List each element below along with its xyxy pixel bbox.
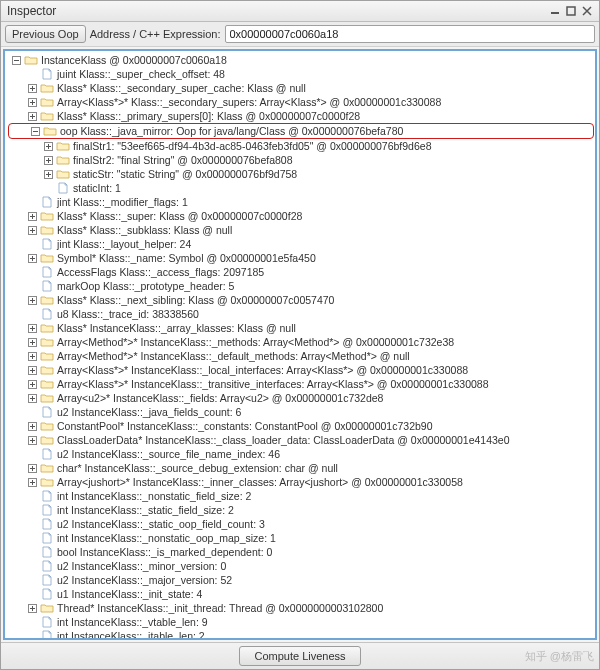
tree-row[interactable]: int InstanceKlass::_nonstatic_oop_map_si…: [7, 531, 595, 545]
tree-row[interactable]: Array<Method*>* InstanceKlass::_default_…: [7, 349, 595, 363]
folder-icon: [40, 462, 54, 474]
tree-label: staticStr: "static String" @ 0x000000076…: [73, 167, 297, 181]
tree-row[interactable]: finalStr1: "53eef665-df94-4b3d-ac85-0463…: [7, 139, 595, 153]
file-icon: [40, 574, 54, 586]
collapse-icon[interactable]: [11, 55, 22, 66]
tree-row[interactable]: Klass* Klass::_secondary_super_cache: Kl…: [7, 81, 595, 95]
expand-icon[interactable]: [27, 83, 38, 94]
folder-icon: [56, 140, 70, 152]
tree-row[interactable]: oop Klass::_java_mirror: Oop for java/la…: [10, 124, 592, 138]
tree-view[interactable]: InstanceKlass @ 0x00000007c0060a18juint …: [3, 49, 597, 640]
tree-label: Klass* Klass::_subklass: Klass @ null: [57, 223, 232, 237]
expand-icon[interactable]: [27, 379, 38, 390]
maximize-icon[interactable]: [565, 5, 577, 17]
expand-icon[interactable]: [27, 435, 38, 446]
tree-row[interactable]: ConstantPool* InstanceKlass::_constants:…: [7, 419, 595, 433]
tree-label: Array<Method*>* InstanceKlass::_default_…: [57, 349, 410, 363]
expand-icon[interactable]: [27, 337, 38, 348]
expand-icon[interactable]: [27, 463, 38, 474]
tree-row[interactable]: InstanceKlass @ 0x00000007c0060a18: [7, 53, 595, 67]
compute-liveness-button[interactable]: Compute Liveness: [239, 646, 360, 666]
file-icon: [40, 490, 54, 502]
tree-row[interactable]: int InstanceKlass::_nonstatic_field_size…: [7, 489, 595, 503]
file-icon: [40, 616, 54, 628]
expand-icon[interactable]: [27, 111, 38, 122]
tree-row[interactable]: u2 InstanceKlass::_source_file_name_inde…: [7, 447, 595, 461]
file-icon: [40, 504, 54, 516]
folder-icon: [40, 392, 54, 404]
expand-icon[interactable]: [43, 169, 54, 180]
expand-icon[interactable]: [27, 393, 38, 404]
tree-label: Array<Klass*>* InstanceKlass::_transitiv…: [57, 377, 489, 391]
collapse-icon[interactable]: [30, 126, 41, 137]
tree-row[interactable]: Array<Klass*>* InstanceKlass::_local_int…: [7, 363, 595, 377]
expand-icon[interactable]: [43, 141, 54, 152]
tree-row[interactable]: int InstanceKlass::_vtable_len: 9: [7, 615, 595, 629]
footer-bar: Compute Liveness: [1, 642, 599, 669]
tree-row[interactable]: finalStr2: "final String" @ 0x000000076b…: [7, 153, 595, 167]
expand-icon[interactable]: [27, 253, 38, 264]
tree-row[interactable]: char* InstanceKlass::_source_debug_exten…: [7, 461, 595, 475]
folder-icon: [40, 336, 54, 348]
tree-row[interactable]: Klass* Klass::_next_sibling: Klass @ 0x0…: [7, 293, 595, 307]
tree-row[interactable]: staticInt: 1: [7, 181, 595, 195]
expand-icon[interactable]: [27, 97, 38, 108]
tree-label: bool InstanceKlass::_is_marked_dependent…: [57, 545, 272, 559]
tree-row[interactable]: Array<Method*>* InstanceKlass::_methods:…: [7, 335, 595, 349]
tree-row[interactable]: u2 InstanceKlass::_major_version: 52: [7, 573, 595, 587]
folder-icon: [40, 420, 54, 432]
tree-row[interactable]: Klass* Klass::_subklass: Klass @ null: [7, 223, 595, 237]
close-icon[interactable]: [581, 5, 593, 17]
expand-icon[interactable]: [27, 603, 38, 614]
tree-label: ClassLoaderData* InstanceKlass::_class_l…: [57, 433, 510, 447]
file-icon: [40, 280, 54, 292]
svg-rect-1: [567, 7, 575, 15]
tree-row[interactable]: ClassLoaderData* InstanceKlass::_class_l…: [7, 433, 595, 447]
file-icon: [40, 266, 54, 278]
tree-row[interactable]: Klass* Klass::_super: Klass @ 0x00000007…: [7, 209, 595, 223]
tree-row[interactable]: juint Klass::_super_check_offset: 48: [7, 67, 595, 81]
toolbar: Previous Oop Address / C++ Expression:: [1, 22, 599, 47]
tree-row[interactable]: AccessFlags Klass::_access_flags: 209718…: [7, 265, 595, 279]
tree-row[interactable]: Klass* InstanceKlass::_array_klasses: Kl…: [7, 321, 595, 335]
tree-row[interactable]: u2 InstanceKlass::_static_oop_field_coun…: [7, 517, 595, 531]
tree-row[interactable]: markOop Klass::_prototype_header: 5: [7, 279, 595, 293]
tree-row[interactable]: Klass* Klass::_primary_supers[0]: Klass …: [7, 109, 595, 123]
previous-oop-button[interactable]: Previous Oop: [5, 25, 86, 43]
tree-row[interactable]: Array<u2>* InstanceKlass::_fields: Array…: [7, 391, 595, 405]
expand-icon[interactable]: [27, 421, 38, 432]
tree-label: Klass* Klass::_super: Klass @ 0x00000007…: [57, 209, 302, 223]
expand-icon[interactable]: [27, 211, 38, 222]
folder-icon: [56, 168, 70, 180]
file-icon: [56, 182, 70, 194]
expand-icon[interactable]: [27, 323, 38, 334]
file-icon: [40, 238, 54, 250]
tree-row[interactable]: Array<Klass*>* InstanceKlass::_transitiv…: [7, 377, 595, 391]
tree-row[interactable]: int InstanceKlass::_itable_len: 2: [7, 629, 595, 640]
expand-icon[interactable]: [27, 351, 38, 362]
expand-icon[interactable]: [43, 155, 54, 166]
tree-row[interactable]: Array<jushort>* InstanceKlass::_inner_cl…: [7, 475, 595, 489]
tree-label: char* InstanceKlass::_source_debug_exten…: [57, 461, 338, 475]
tree-row[interactable]: u8 Klass::_trace_id: 38338560: [7, 307, 595, 321]
expand-icon[interactable]: [27, 365, 38, 376]
minimize-icon[interactable]: [549, 5, 561, 17]
tree-row[interactable]: jint Klass::_modifier_flags: 1: [7, 195, 595, 209]
tree-row[interactable]: Thread* InstanceKlass::_init_thread: Thr…: [7, 601, 595, 615]
expand-icon[interactable]: [27, 477, 38, 488]
tree-row[interactable]: u2 InstanceKlass::_minor_version: 0: [7, 559, 595, 573]
tree-row[interactable]: jint Klass::_layout_helper: 24: [7, 237, 595, 251]
tree-row[interactable]: Array<Klass*>* Klass::_secondary_supers:…: [7, 95, 595, 109]
tree-row[interactable]: u1 InstanceKlass::_init_state: 4: [7, 587, 595, 601]
address-input[interactable]: [225, 25, 596, 43]
tree-label: Array<jushort>* InstanceKlass::_inner_cl…: [57, 475, 463, 489]
expand-icon[interactable]: [27, 225, 38, 236]
tree-label: u8 Klass::_trace_id: 38338560: [57, 307, 199, 321]
tree-row[interactable]: bool InstanceKlass::_is_marked_dependent…: [7, 545, 595, 559]
expand-icon[interactable]: [27, 295, 38, 306]
folder-icon: [40, 82, 54, 94]
tree-row[interactable]: int InstanceKlass::_static_field_size: 2: [7, 503, 595, 517]
tree-row[interactable]: u2 InstanceKlass::_java_fields_count: 6: [7, 405, 595, 419]
tree-row[interactable]: staticStr: "static String" @ 0x000000076…: [7, 167, 595, 181]
tree-row[interactable]: Symbol* Klass::_name: Symbol @ 0x0000000…: [7, 251, 595, 265]
